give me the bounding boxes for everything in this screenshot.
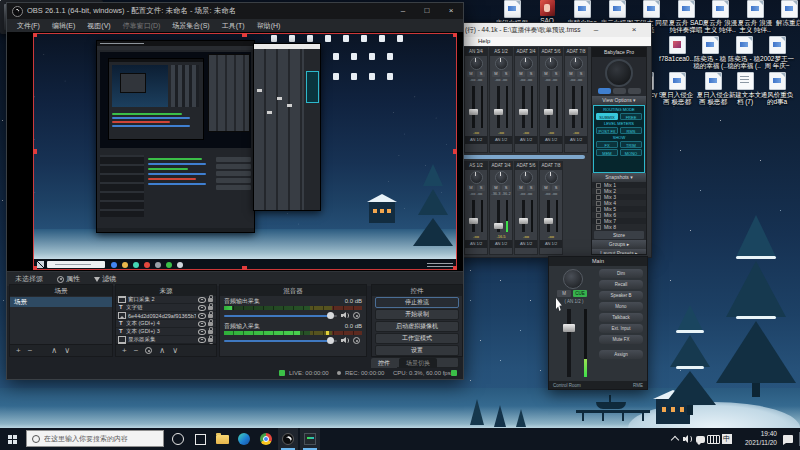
visibility-icon[interactable]	[198, 321, 206, 327]
maximize-button[interactable]: □	[415, 3, 439, 19]
selection-handle[interactable]	[33, 149, 37, 154]
pan-knob[interactable]	[545, 171, 558, 184]
free-button[interactable]: FREE	[620, 113, 642, 120]
taskbar-search[interactable]: 在这里输入你要搜索的内容	[26, 430, 164, 447]
obs-titlebar[interactable]: OBS 26.1.1 (64-bit, windows) - 配置文件: 未命名…	[7, 3, 463, 19]
obs-taskbar-button[interactable]	[278, 428, 298, 450]
selection-handle[interactable]	[242, 33, 247, 37]
source-row[interactable]: 文本 (GDI+) 4	[116, 320, 216, 328]
menu-tools[interactable]: 工具(T)	[216, 21, 251, 31]
source-row[interactable]: 窗口采集 2	[116, 296, 216, 304]
pan-knob[interactable]	[570, 57, 583, 70]
remove-source-button[interactable]: −	[134, 346, 139, 356]
horizontal-scrollbar[interactable]	[445, 155, 585, 159]
assign-button[interactable]: Assign	[599, 350, 643, 359]
trim-button[interactable]: TRIM	[620, 141, 642, 148]
source-properties-icon[interactable]	[145, 347, 152, 354]
channel-fader[interactable]	[540, 84, 562, 130]
mixer-strip[interactable]: ADAT 7/8 MS -oo -oo -oo AN 1/2	[539, 161, 563, 255]
mem-button[interactable]: MEM	[596, 149, 618, 156]
pan-knob[interactable]	[545, 57, 558, 70]
menu-edit[interactable]: 编辑(E)	[46, 21, 81, 31]
mono-button[interactable]: MONO	[620, 149, 642, 156]
channel-fader[interactable]	[515, 198, 537, 234]
close-button[interactable]: ×	[439, 3, 463, 19]
desktop-icon[interactable]: 通风价重负的d事a	[759, 72, 795, 106]
layout-presets-header[interactable]: Layout Presets ▸	[592, 249, 646, 255]
lock-icon[interactable]	[208, 314, 213, 318]
selection-handle[interactable]	[453, 266, 457, 270]
dim-button[interactable]: Dim	[599, 269, 643, 278]
scene-item[interactable]: 场景	[10, 297, 112, 307]
visibility-icon[interactable]	[198, 337, 206, 343]
chat-tray-button[interactable]	[694, 428, 707, 450]
obs-preview-canvas[interactable]	[33, 33, 457, 270]
desktop-icon[interactable]: 陈奕迅 - 稳 稳的幸福 (..	[692, 36, 728, 70]
chrome-button[interactable]	[256, 428, 276, 450]
menu-help[interactable]: 帮助(H)	[251, 21, 287, 31]
ext-input-button[interactable]: Ext. Input	[599, 324, 643, 333]
gear-icon[interactable]	[353, 312, 360, 319]
selection-handle[interactable]	[453, 149, 457, 154]
monitor-volume-knob[interactable]	[605, 59, 633, 87]
main-mute-button[interactable]: M	[557, 290, 571, 297]
channel-fader[interactable]	[465, 84, 487, 130]
remove-scene-button[interactable]: −	[28, 346, 33, 356]
desktop-icon[interactable]: 新建文本文档 (7)	[727, 72, 763, 106]
desktop-icon[interactable]: 夏云舟 SAD 纯伴奏弹唱	[668, 0, 704, 34]
taskbar-clock[interactable]: 19:40 2021/11/20	[737, 430, 777, 448]
source-row[interactable]: 显示器采集	[116, 336, 216, 344]
submix-button[interactable]: SUBMIX	[596, 113, 618, 120]
gear-icon[interactable]	[353, 337, 360, 344]
notification-center-button[interactable]	[781, 428, 794, 450]
file-explorer-button[interactable]	[212, 428, 232, 450]
source-row[interactable]: 6e44d2d0924d29af91365b7d	[116, 312, 216, 320]
menu-docks[interactable]: 停靠窗口(D)	[117, 21, 167, 31]
selection-handle[interactable]	[33, 266, 37, 270]
lock-icon[interactable]	[208, 298, 213, 302]
touch-keyboard-button[interactable]	[707, 428, 720, 450]
volume-slider[interactable]	[224, 336, 362, 345]
minimize-button[interactable]: –	[585, 23, 607, 37]
desktop-icon[interactable]: 夏云舟 浪漫 主义 纯伴..	[737, 0, 773, 34]
menu-scene-collection[interactable]: 场景集合(S)	[166, 21, 215, 31]
hidden-icons-button[interactable]	[668, 428, 681, 450]
channel-fader[interactable]	[565, 84, 587, 130]
mixer-strip[interactable]: AS 1/2 MS -oo -oo -oo AN 1/2	[489, 47, 513, 153]
add-source-button[interactable]: +	[122, 346, 127, 356]
snapshots-header[interactable]: Snapshots ▾	[592, 173, 646, 182]
desktop-icon[interactable]: SAO	[529, 0, 565, 24]
desktop-icon[interactable]: f78a1cea0...	[659, 36, 695, 62]
mute-fx-button[interactable]: Mute FX	[599, 335, 643, 344]
channel-fader[interactable]	[490, 84, 512, 130]
pan-knob[interactable]	[470, 57, 483, 70]
mixer-strip[interactable]: ADAT 5/6 MS -oo -oo -oo AN 1/2	[514, 161, 538, 255]
visibility-icon[interactable]	[198, 305, 206, 311]
pan-knob[interactable]	[495, 57, 508, 70]
selection-handle[interactable]	[33, 33, 37, 37]
add-scene-button[interactable]: +	[16, 346, 21, 356]
pan-knob[interactable]	[520, 57, 533, 70]
tab-scene-transitions[interactable]: 场景切换	[399, 358, 437, 368]
edge-button[interactable]	[234, 428, 254, 450]
pan-knob[interactable]	[495, 171, 508, 184]
channel-fader[interactable]	[515, 84, 537, 130]
channel-fader[interactable]	[490, 198, 512, 234]
settings-button[interactable]: 设置	[375, 345, 459, 356]
totalmix-titlebar[interactable]: (行) - 44.1k - E:\直播伴奏\歌单预设.tmss – ×	[441, 23, 651, 37]
main-fader[interactable]	[559, 309, 589, 377]
lock-icon[interactable]	[208, 338, 213, 342]
source-row[interactable]: 文字链	[116, 304, 216, 312]
properties-button[interactable]: 属性	[57, 274, 80, 284]
desktop-icon[interactable]: 2002梦王一周 年庆~	[759, 36, 795, 70]
rms-button[interactable]: RMS	[620, 127, 642, 134]
visibility-icon[interactable]	[198, 297, 206, 303]
mixer-strip[interactable]: ADAT 3/4 MS -oo -oo -oo AN 1/2	[514, 47, 538, 153]
lock-icon[interactable]	[208, 322, 213, 326]
start-button[interactable]	[0, 428, 24, 450]
totalmix-taskbar-button[interactable]	[300, 428, 320, 450]
obs-preview[interactable]	[7, 32, 463, 271]
main-volume-knob[interactable]	[563, 269, 583, 289]
mono-button[interactable]: Mono	[599, 302, 643, 311]
menu-view[interactable]: 视图(V)	[81, 21, 116, 31]
